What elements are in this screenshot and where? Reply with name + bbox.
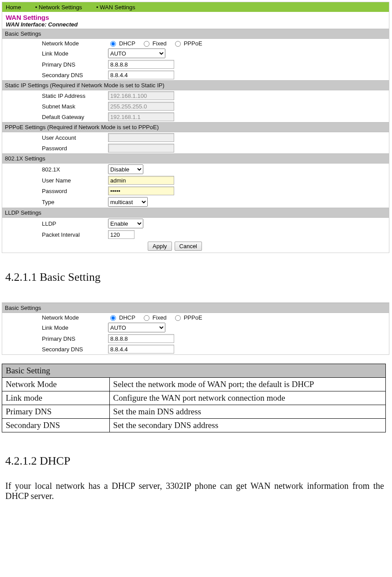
row-secondary-dns-2: Secondary DNS — [2, 344, 389, 354]
radio-dhcp-2[interactable] — [110, 315, 116, 321]
label-subnet: Subnet Mask — [2, 103, 108, 110]
select-link-mode-2[interactable]: AUTO — [108, 323, 165, 332]
table-cell-key: Link mode — [2, 391, 110, 405]
config-panel: Home Network Settings WAN Settings WAN S… — [2, 2, 389, 253]
section-static-ip: Static IP Settings (Required if Network … — [2, 80, 389, 90]
label-secondary-dns: Secondary DNS — [2, 72, 108, 78]
input-user-name[interactable] — [108, 176, 174, 185]
row-lldp: LLDP Enable — [2, 218, 389, 229]
radio-pppoe[interactable] — [175, 41, 181, 47]
table-cell-value: Configure the WAN port network connectio… — [109, 391, 385, 405]
row-network-mode: Network Mode DHCP Fixed PPPoE — [2, 39, 389, 48]
table-cell-value: Set the secondary DNS address — [109, 419, 385, 432]
interface-status: WAN Interface: Connected — [2, 21, 389, 29]
radio-fixed[interactable] — [144, 41, 149, 47]
table-cell-key: Primary DNS — [2, 405, 110, 419]
label-network-mode: Network Mode — [2, 40, 108, 47]
label-8021x: 802.1X — [2, 166, 108, 173]
row-subnet: Subnet Mask — [2, 101, 389, 112]
radio-dhcp[interactable] — [110, 41, 116, 47]
input-pppoe-password — [108, 144, 174, 153]
select-8021x[interactable]: Disable — [108, 164, 143, 174]
paragraph-dhcp: If your local network has a DHCP server,… — [5, 481, 387, 501]
row-user-account: User Account — [2, 132, 389, 143]
section-lldp: LLDP Settings — [2, 208, 389, 218]
apply-button[interactable]: Apply — [148, 242, 172, 251]
table-cell-value: Set the main DNS address — [109, 405, 385, 419]
row-packet-interval: Packet Interval — [2, 229, 389, 240]
row-8021x: 802.1X Disable — [2, 164, 389, 175]
label-primary-dns-2: Primary DNS — [2, 335, 108, 342]
row-network-mode-2: Network Mode DHCP Fixed PPPoE — [2, 313, 389, 322]
input-secondary-dns-2[interactable] — [108, 345, 174, 354]
label-link-mode: Link Mode — [2, 50, 108, 57]
row-static-ip: Static IP Address — [2, 90, 389, 101]
description-table: Basic Setting Network Mode Select the ne… — [2, 364, 386, 432]
section-basic-2: Basic Settings — [2, 303, 389, 313]
section-pppoe: PPPoE Settings (Required if Network Mode… — [2, 122, 389, 132]
input-gateway — [108, 112, 174, 121]
radio-pppoe-label-2: PPPoE — [184, 314, 202, 321]
input-secondary-dns[interactable] — [108, 71, 174, 79]
row-gateway: Default Gateway — [2, 112, 389, 122]
label-pppoe-password: Password — [2, 145, 108, 152]
input-primary-dns-2[interactable] — [108, 334, 174, 343]
breadcrumb-home[interactable]: Home — [6, 4, 21, 11]
input-user-account — [108, 133, 174, 142]
select-link-mode[interactable]: AUTO — [108, 48, 165, 58]
table-cell-key: Secondary DNS — [2, 419, 110, 432]
cancel-button[interactable]: Cancel — [175, 242, 202, 251]
page-title: WAN Settings — [2, 12, 389, 21]
table-row: Secondary DNS Set the secondary DNS addr… — [2, 419, 386, 432]
table-row: Network Mode Select the network mode of … — [2, 378, 386, 391]
label-8021x-password: Password — [2, 188, 108, 194]
radio-dhcp-label-2: DHCP — [119, 314, 135, 321]
radio-pppoe-label: PPPoE — [184, 40, 202, 47]
table-row: Primary DNS Set the main DNS address — [2, 405, 386, 419]
row-8021x-password: Password — [2, 186, 389, 196]
doc-section-basic: 4.2.1.1 Basic Setting — [0, 253, 392, 289]
radio-pppoe-2[interactable] — [175, 315, 181, 321]
label-user-account: User Account — [2, 134, 108, 141]
table-cell-value: Select the network mode of WAN port; the… — [109, 378, 385, 391]
row-link-mode-2: Link Mode AUTO — [2, 322, 389, 333]
label-secondary-dns-2: Secondary DNS — [2, 346, 108, 353]
heading-dhcp: 4.2.1.2 DHCP — [5, 454, 387, 468]
breadcrumb-wan-settings[interactable]: WAN Settings — [96, 4, 135, 11]
label-primary-dns: Primary DNS — [2, 61, 108, 68]
input-primary-dns[interactable] — [108, 60, 174, 69]
label-packet-interval: Packet Interval — [2, 231, 108, 238]
doc-section-dhcp: 4.2.1.2 DHCP If your local network has a… — [0, 432, 392, 515]
row-pppoe-password: Password — [2, 143, 389, 153]
label-network-mode-2: Network Mode — [2, 314, 108, 321]
label-link-mode-2: Link Mode — [2, 324, 108, 331]
input-8021x-password[interactable] — [108, 186, 174, 195]
button-row: Apply Cancel — [148, 240, 389, 253]
label-gateway: Default Gateway — [2, 114, 108, 120]
breadcrumb: Home Network Settings WAN Settings — [2, 2, 389, 12]
row-user-name: User Name — [2, 175, 389, 186]
label-lldp: LLDP — [2, 220, 108, 227]
table-row: Link mode Configure the WAN port network… — [2, 391, 386, 405]
label-static-ip: Static IP Address — [2, 93, 108, 99]
basic-settings-panel: Basic Settings Network Mode DHCP Fixed P… — [2, 302, 389, 355]
input-packet-interval[interactable] — [108, 230, 134, 239]
label-user-name: User Name — [2, 177, 108, 184]
input-subnet — [108, 102, 174, 111]
row-link-mode: Link Mode AUTO — [2, 48, 389, 59]
section-basic: Basic Settings — [2, 29, 389, 39]
label-type: Type — [2, 199, 108, 205]
heading-basic-setting: 4.2.1.1 Basic Setting — [5, 271, 387, 284]
radio-dhcp-label: DHCP — [119, 40, 135, 47]
select-lldp[interactable]: Enable — [108, 219, 143, 228]
input-static-ip — [108, 91, 174, 100]
row-primary-dns: Primary DNS — [2, 59, 389, 70]
radio-fixed-2[interactable] — [144, 315, 149, 321]
table-cell-key: Network Mode — [2, 378, 110, 391]
row-secondary-dns: Secondary DNS — [2, 70, 389, 80]
section-8021x: 802.1X Settings — [2, 153, 389, 164]
row-primary-dns-2: Primary DNS — [2, 333, 389, 344]
select-type[interactable]: multicast — [108, 197, 148, 207]
breadcrumb-network-settings[interactable]: Network Settings — [35, 4, 82, 11]
radio-fixed-label-2: Fixed — [153, 314, 167, 321]
